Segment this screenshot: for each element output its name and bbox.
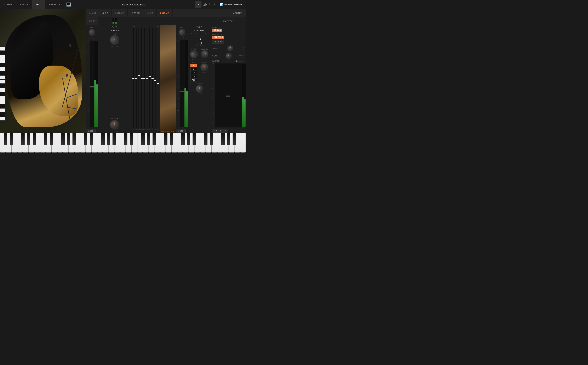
black-key-1-3[interactable] bbox=[61, 133, 65, 145]
black-key-4-4[interactable] bbox=[187, 133, 190, 145]
white-key-c7[interactable] bbox=[240, 133, 246, 153]
mix-tab-comp[interactable]: COMP bbox=[112, 9, 128, 17]
comp-knob-master[interactable] bbox=[225, 52, 232, 60]
freq-slider-4k[interactable] bbox=[152, 28, 153, 128]
input-knob[interactable] bbox=[199, 63, 209, 72]
ratio-value-4[interactable]: 4 bbox=[190, 64, 197, 67]
mute-button-2[interactable]: MUTE bbox=[176, 129, 186, 133]
freq-slider-31[interactable] bbox=[133, 28, 134, 128]
pan-knob-2[interactable] bbox=[179, 29, 185, 36]
black-key-0-3[interactable] bbox=[21, 133, 25, 145]
tab-piano[interactable]: PIANO bbox=[0, 0, 16, 9]
freq-slider-125[interactable] bbox=[138, 28, 139, 128]
freq-slider-500[interactable] bbox=[144, 28, 145, 128]
black-key-4-5[interactable] bbox=[193, 133, 196, 145]
pan-knob-close[interactable] bbox=[89, 29, 95, 36]
black-key-2-1[interactable] bbox=[90, 133, 93, 145]
black-key-1-4[interactable] bbox=[67, 133, 70, 145]
black-key-2-0[interactable] bbox=[84, 133, 87, 145]
freq-slider-250[interactable] bbox=[141, 28, 142, 128]
freq-slider-2k[interactable] bbox=[149, 28, 150, 128]
fader-scale-close: +12 +6 0 -8 -16 -27 -44 -∞ bbox=[87, 41, 89, 123]
tab-mix[interactable]: MIX bbox=[32, 0, 45, 9]
attack-max: 7 bbox=[195, 58, 196, 60]
width-slider[interactable] bbox=[235, 61, 244, 62]
gain-reduction-meter: -36 -12 -7 -4 -2 0 GAINREDUCTION bbox=[189, 32, 209, 46]
mix-tab-space[interactable]: SPACE bbox=[128, 9, 144, 17]
black-key-2-4[interactable] bbox=[107, 133, 110, 145]
attack-knob[interactable] bbox=[189, 49, 199, 59]
gain-knob-eq[interactable] bbox=[108, 34, 121, 46]
close-button[interactable]: CLOSE bbox=[86, 17, 98, 25]
black-key-0-0[interactable] bbox=[4, 133, 7, 145]
black-key-1-0[interactable] bbox=[44, 133, 48, 145]
mix-tab-comp2[interactable]: COMP bbox=[157, 9, 173, 17]
black-key-2-3[interactable] bbox=[101, 133, 105, 145]
comp-type-label: TYPE bbox=[188, 26, 211, 28]
tone-pos5: +5 bbox=[243, 49, 244, 50]
fader-2[interactable] bbox=[180, 40, 184, 127]
freq-slider-8k[interactable] bbox=[155, 28, 155, 128]
black-key-5-1[interactable] bbox=[210, 133, 213, 145]
freq-slider-16k[interactable] bbox=[158, 28, 158, 128]
mute-button-close[interactable]: MUTE bbox=[86, 129, 95, 133]
vu-right-master bbox=[244, 63, 246, 127]
settings-icon[interactable]: ⚙ bbox=[213, 3, 215, 6]
space-label: WAREHOUSE bbox=[160, 130, 176, 132]
convo-button[interactable]: CONVO bbox=[212, 28, 222, 32]
black-key-4-3[interactable] bbox=[181, 133, 185, 145]
ratio-value-8[interactable]: 8 bbox=[190, 67, 197, 70]
ratio-value-all[interactable]: ALL bbox=[190, 78, 197, 82]
menu-button[interactable]: ≡ bbox=[195, 1, 202, 8]
black-key-3-4[interactable] bbox=[147, 133, 150, 145]
ratio-value-12[interactable]: 12 bbox=[190, 71, 197, 74]
release-knob[interactable] bbox=[199, 49, 210, 59]
black-key-5-0[interactable] bbox=[204, 133, 207, 145]
ratio-value-20[interactable]: 20 bbox=[190, 75, 197, 78]
black-key-5-5[interactable] bbox=[232, 133, 236, 145]
black-key-4-0[interactable] bbox=[164, 133, 167, 145]
fader-master[interactable] bbox=[215, 63, 242, 127]
freq-slider-63[interactable] bbox=[136, 28, 137, 128]
black-key-3-0[interactable] bbox=[124, 133, 128, 145]
speaker-icon[interactable]: 🔊 bbox=[203, 3, 207, 6]
bars-icon: 📊 bbox=[220, 3, 224, 6]
black-key-3-3[interactable] bbox=[141, 133, 145, 145]
vu-left-close bbox=[94, 41, 96, 127]
black-key-5-4[interactable] bbox=[227, 133, 231, 145]
instrument-title: Black Diamond B280 bbox=[73, 3, 195, 6]
flip-button[interactable]: ▶◀ ▶◀ FLIP bbox=[212, 129, 227, 133]
gain-reduction-label: GAINREDUCTION bbox=[195, 44, 204, 46]
black-key-0-5[interactable] bbox=[33, 133, 36, 145]
tone-label: TONE bbox=[212, 48, 218, 49]
partcls-button[interactable]: PARTCLS bbox=[212, 35, 224, 39]
output-max-comp: 0 bbox=[201, 93, 202, 95]
tone-knob[interactable] bbox=[227, 45, 234, 52]
black-key-2-5[interactable] bbox=[113, 133, 116, 145]
output-knob-eq[interactable] bbox=[110, 120, 119, 130]
black-key-4-1[interactable] bbox=[170, 133, 173, 145]
black-key-3-1[interactable] bbox=[130, 133, 133, 145]
freq-slider-1k[interactable] bbox=[147, 28, 147, 128]
black-key-1-5[interactable] bbox=[73, 133, 76, 145]
piano-image bbox=[0, 9, 86, 133]
mix-tab-mic[interactable]: MIC bbox=[86, 9, 99, 17]
black-key-0-1[interactable] bbox=[10, 133, 13, 145]
alert-icon[interactable]: ! bbox=[209, 3, 210, 6]
comp2-tab-label: COMP bbox=[162, 12, 169, 14]
keyboard-side bbox=[0, 46, 5, 121]
gain-min-label: -20 bbox=[111, 45, 113, 47]
freq-col-31: 31 bbox=[132, 28, 135, 130]
black-key-0-4[interactable] bbox=[27, 133, 30, 145]
black-key-3-5[interactable] bbox=[152, 133, 156, 145]
mix-tab-eq2[interactable]: EQ bbox=[144, 9, 157, 17]
choral-button[interactable]: CHORAL bbox=[212, 40, 224, 44]
mix-tab-eq[interactable]: EQ bbox=[99, 9, 112, 17]
fader-close[interactable] bbox=[90, 41, 94, 127]
tab-effects[interactable]: EFFECTS bbox=[45, 0, 65, 9]
black-key-1-1[interactable] bbox=[50, 133, 53, 145]
mix-tab-master[interactable]: MASTER bbox=[229, 9, 246, 17]
tab-space[interactable]: SPACE bbox=[16, 0, 32, 9]
black-key-5-3[interactable] bbox=[221, 133, 225, 145]
output-knob-comp[interactable] bbox=[196, 85, 203, 93]
